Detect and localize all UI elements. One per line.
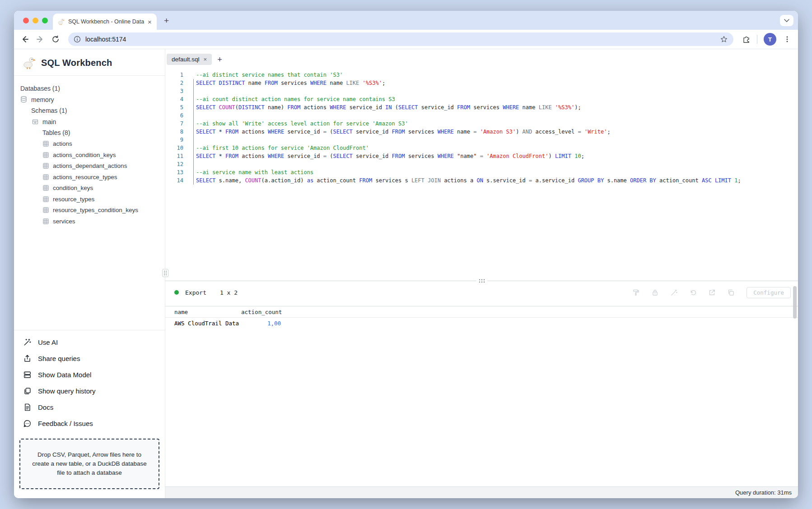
lock-icon[interactable]	[651, 289, 659, 296]
table-item-actions[interactable]: actions	[14, 139, 160, 150]
result-dimensions: 1 x 2	[220, 289, 238, 296]
code-text: --ai show all 'Write' access level actio…	[183, 120, 408, 128]
code-line[interactable]: 1--ai distinct service names that contai…	[165, 71, 798, 79]
sidebar-resize-handle[interactable]	[162, 269, 168, 277]
table-icon	[42, 162, 49, 169]
address-bar[interactable]: localhost:5174	[68, 32, 733, 46]
reload-button[interactable]	[51, 35, 60, 44]
sidebar-item-share-queries[interactable]: Share queries	[14, 350, 165, 366]
sidebar-item-docs[interactable]: Docs	[14, 399, 165, 415]
code-line[interactable]: 5SELECT COUNT(DISTINCT name) FROM action…	[165, 103, 798, 111]
tab-search-button[interactable]	[780, 15, 793, 26]
table-name: actions_resource_types	[53, 174, 117, 180]
export-button[interactable]: Export	[185, 289, 206, 296]
browser-menu-icon[interactable]	[783, 35, 792, 44]
sidebar-item-feedback[interactable]: Feedback / Issues	[14, 415, 165, 431]
browser-tab[interactable]: SQL Workbench - Online Data ×	[53, 14, 157, 30]
code-line[interactable]: 8SELECT * FROM actions WHERE service_id …	[165, 128, 798, 136]
bookmark-star-icon[interactable]	[720, 35, 728, 43]
code-line[interactable]: 7--ai show all 'Write' access level acti…	[165, 120, 798, 128]
column-header-action-count[interactable]: action_count	[241, 309, 281, 315]
table-icon	[42, 174, 49, 180]
forward-button[interactable]	[36, 35, 45, 44]
code-text	[183, 136, 196, 144]
line-number: 1	[165, 71, 183, 79]
sql-editor[interactable]: 1--ai distinct service names that contai…	[165, 67, 798, 278]
sidebar-item-use-ai[interactable]: Use AI	[14, 334, 165, 350]
code-text: SELECT DISTINCT name FROM services WHERE…	[183, 79, 385, 87]
external-link-icon[interactable]	[708, 289, 716, 296]
code-line[interactable]: 2SELECT DISTINCT name FROM services WHER…	[165, 79, 798, 87]
line-number: 5	[165, 103, 183, 111]
table-icon	[42, 218, 49, 225]
code-lines: 1--ai distinct service names that contai…	[165, 71, 798, 185]
code-text: --ai first 10 actions for service 'Amazo…	[183, 144, 369, 152]
new-tab-button[interactable]: +	[164, 16, 169, 25]
sidebar-item-show-query-history[interactable]: Show query history	[14, 383, 165, 399]
database-icon	[20, 96, 28, 103]
code-line[interactable]: 3	[165, 87, 798, 95]
back-button[interactable]	[20, 35, 29, 44]
line-number: 6	[165, 111, 183, 120]
table-item-actions_condition_keys[interactable]: actions_condition_keys	[14, 149, 160, 161]
scrollbar-thumb[interactable]	[793, 286, 797, 319]
table-item-actions_dependant_actions[interactable]: actions_dependant_actions	[14, 161, 160, 172]
editor-new-tab-button[interactable]: +	[217, 55, 222, 65]
toolbar-separator	[757, 35, 757, 44]
results-toolbar: Export 1 x 2	[165, 284, 798, 301]
editor-tab-default-sql[interactable]: default.sql ×	[167, 54, 212, 65]
code-line[interactable]: 4--ai count distinct action names for se…	[165, 95, 798, 103]
schema-item-main[interactable]: main	[14, 116, 160, 128]
code-text: SELECT * FROM actions WHERE service_id =…	[183, 128, 611, 136]
undo-icon[interactable]	[689, 289, 697, 296]
site-info-icon[interactable]	[74, 36, 81, 43]
statement-range-marker	[193, 79, 194, 185]
url-text[interactable]: localhost:5174	[85, 36, 715, 43]
database-item-memory[interactable]: memory	[14, 94, 160, 106]
paint-roller-icon[interactable]	[632, 289, 640, 296]
minimize-window-button[interactable]	[33, 18, 38, 23]
docs-icon	[23, 403, 32, 412]
editor-section: default.sql × + 1--ai distinct service n…	[165, 49, 798, 278]
code-line[interactable]: 10--ai first 10 actions for service 'Ama…	[165, 144, 798, 152]
sidebar: SQL Workbench Databases (1) memory Schem…	[14, 49, 165, 498]
cell-action-count: 1,00	[241, 320, 281, 327]
code-line[interactable]: 6	[165, 111, 798, 120]
table-icon	[42, 207, 49, 213]
editor-tab-close-icon[interactable]: ×	[204, 56, 207, 62]
table-item-resource_types[interactable]: resource_types	[14, 194, 160, 205]
table-name: condition_keys	[53, 185, 93, 191]
table-row[interactable]: AWS CloudTrail Data 1,00	[165, 318, 798, 329]
tab-close-icon[interactable]: ×	[148, 19, 152, 25]
table-item-resource_types_condition_keys[interactable]: resource_types_condition_keys	[14, 205, 160, 216]
file-drop-zone[interactable]: Drop CSV, Parquet, Arrow files here to c…	[19, 439, 159, 489]
line-number: 8	[165, 128, 183, 136]
line-number: 12	[165, 160, 183, 168]
code-line[interactable]: 14SELECT s.name, COUNT(a.action_id) as a…	[165, 176, 798, 185]
line-number: 9	[165, 136, 183, 144]
code-line[interactable]: 9	[165, 136, 798, 144]
editor-tab-label: default.sql	[172, 56, 200, 63]
table-item-actions_resource_types[interactable]: actions_resource_types	[14, 171, 160, 183]
copy-icon[interactable]	[727, 289, 735, 296]
query-duration: Query duration: 31ms	[735, 489, 792, 496]
sidebar-item-show-data-model[interactable]: Show Data Model	[14, 366, 165, 383]
extensions-icon[interactable]	[742, 35, 751, 44]
zoom-window-button[interactable]	[42, 18, 48, 23]
wand-icon[interactable]	[670, 289, 678, 296]
close-window-button[interactable]	[23, 18, 29, 23]
splitter-grip-icon[interactable]	[476, 278, 487, 283]
configure-button[interactable]: Configure	[747, 287, 791, 298]
table-icon	[42, 152, 49, 158]
table-item-condition_keys[interactable]: condition_keys	[14, 183, 160, 194]
table-item-services[interactable]: services	[14, 216, 160, 227]
schema-icon	[32, 118, 39, 125]
code-line[interactable]: 12	[165, 160, 798, 168]
table-name: resource_types_condition_keys	[53, 207, 138, 213]
code-line[interactable]: 13--ai service name with least actions	[165, 168, 798, 176]
profile-avatar[interactable]: T	[764, 33, 776, 46]
panel-splitter[interactable]	[165, 278, 798, 284]
column-header-name[interactable]: name	[174, 309, 241, 315]
code-line[interactable]: 11SELECT * FROM actions WHERE service_id…	[165, 152, 798, 160]
code-text: --ai distinct service names that contain…	[183, 71, 343, 79]
